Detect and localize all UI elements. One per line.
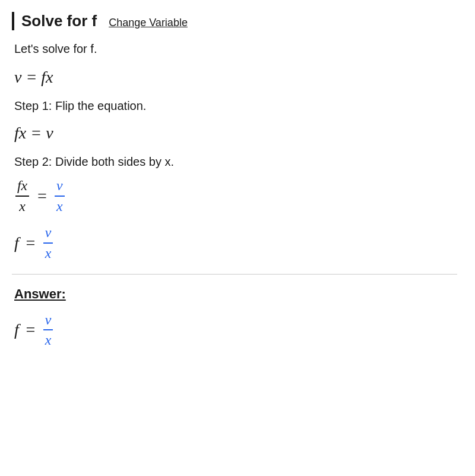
- equation-1: v = fx: [12, 65, 457, 89]
- fraction-v-over-x-result: v x: [43, 224, 53, 261]
- f-variable: f: [14, 234, 19, 253]
- final-v-numerator: v: [43, 311, 53, 331]
- fraction-fx-numerator: fx: [15, 177, 29, 197]
- equation-3-fractions: fx x = v x: [12, 177, 457, 215]
- equation-2: fx = v: [12, 121, 457, 144]
- header-row: Solve for f Change Variable: [12, 12, 457, 30]
- change-variable-link[interactable]: Change Variable: [109, 17, 188, 29]
- solve-title: Solve for f: [21, 12, 97, 30]
- fraction-v-denominator: x: [55, 197, 65, 215]
- step-1-label: Step 1: Flip the equation.: [12, 99, 457, 113]
- equals-symbol-2: =: [25, 234, 36, 253]
- fraction-fx-over-x: fx x: [15, 177, 29, 215]
- answer-label: Answer:: [12, 286, 457, 302]
- final-x-denominator: x: [43, 330, 53, 349]
- page-container: Solve for f Change Variable Let's solve …: [0, 0, 475, 476]
- fraction-fx-denominator: x: [17, 197, 27, 215]
- result-v-numerator: v: [43, 224, 53, 244]
- equals-symbol-1: =: [36, 187, 48, 206]
- intro-text: Let's solve for f.: [12, 42, 457, 56]
- final-fraction-v-over-x: v x: [43, 311, 53, 349]
- step-2-label: Step 2: Divide both sides by x.: [12, 155, 457, 169]
- fraction-v-over-x-blue: v x: [55, 177, 65, 215]
- section-divider: [12, 274, 457, 275]
- fraction-v-numerator: v: [55, 177, 65, 197]
- final-equals-symbol: =: [25, 320, 36, 339]
- final-answer: f = v x: [12, 311, 457, 349]
- equation-4-result: f = v x: [12, 224, 457, 261]
- final-f-variable: f: [14, 320, 19, 339]
- result-x-denominator: x: [43, 244, 53, 262]
